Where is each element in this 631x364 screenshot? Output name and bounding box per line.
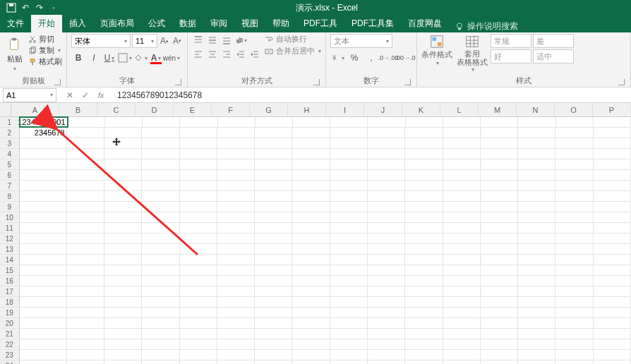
cell[interactable]	[368, 128, 405, 138]
cell[interactable]	[330, 170, 368, 180]
cell[interactable]	[218, 117, 256, 127]
cell[interactable]	[330, 276, 368, 286]
cell[interactable]	[443, 170, 481, 180]
cell[interactable]	[555, 308, 593, 317]
row-header[interactable]: 17	[0, 286, 20, 296]
format-painter-button[interactable]: 格式刷	[28, 56, 62, 67]
row-header[interactable]: 15	[0, 265, 20, 275]
cell[interactable]	[292, 212, 330, 222]
row-header[interactable]: 7	[0, 181, 20, 190]
cell[interactable]	[481, 138, 518, 148]
cell[interactable]	[481, 202, 518, 212]
cell[interactable]	[67, 276, 104, 286]
cell[interactable]	[405, 265, 443, 275]
row-header[interactable]: 21	[0, 329, 20, 339]
row-header[interactable]: 13	[0, 244, 20, 254]
column-header[interactable]: H	[288, 103, 326, 116]
row-header[interactable]: 5	[0, 159, 20, 169]
cell[interactable]	[255, 244, 292, 254]
cell[interactable]	[67, 265, 104, 275]
cell[interactable]	[405, 233, 443, 243]
cell[interactable]	[217, 360, 255, 364]
cell[interactable]	[67, 360, 104, 364]
cell[interactable]	[405, 244, 443, 254]
cell[interactable]	[217, 181, 255, 190]
cell[interactable]	[104, 286, 142, 296]
cell[interactable]	[330, 297, 368, 307]
tab-视图[interactable]: 视图	[234, 15, 265, 32]
cell[interactable]	[406, 117, 443, 127]
cell[interactable]	[104, 138, 142, 148]
cell[interactable]	[67, 297, 104, 307]
name-box[interactable]: A1▾	[3, 88, 56, 102]
row-header[interactable]: 23	[0, 350, 20, 360]
cell[interactable]	[255, 297, 292, 307]
cell[interactable]	[20, 244, 67, 254]
cell[interactable]	[481, 286, 518, 296]
cell[interactable]	[143, 117, 180, 127]
cell[interactable]	[255, 138, 292, 148]
cell[interactable]	[67, 329, 104, 339]
cell[interactable]	[594, 223, 631, 233]
cell[interactable]	[443, 350, 481, 360]
cell[interactable]	[142, 212, 179, 222]
cell[interactable]	[555, 212, 593, 222]
cell[interactable]	[20, 202, 67, 212]
cell[interactable]	[180, 191, 217, 201]
spreadsheet-grid[interactable]: ABCDEFGHIJKLMNOP 11234567890122345678345…	[0, 103, 631, 364]
cell[interactable]	[292, 223, 330, 233]
cell[interactable]	[330, 255, 368, 265]
cell[interactable]	[20, 138, 67, 148]
row-header[interactable]: 8	[0, 191, 20, 201]
wrap-text-button[interactable]: 自动换行	[264, 34, 321, 44]
cell[interactable]	[368, 265, 405, 275]
cell[interactable]	[368, 360, 405, 364]
conditional-format-button[interactable]: 条件格式▾	[421, 34, 452, 73]
cell[interactable]	[217, 265, 255, 275]
copy-button[interactable]: 复制▾	[28, 45, 62, 56]
cell[interactable]	[594, 181, 631, 190]
cell[interactable]	[292, 170, 330, 180]
cell[interactable]	[217, 244, 255, 254]
cell[interactable]	[518, 297, 555, 307]
cell[interactable]	[555, 276, 593, 286]
cell[interactable]	[330, 360, 368, 364]
cell[interactable]	[292, 138, 330, 148]
cell[interactable]	[330, 181, 368, 190]
cell[interactable]	[292, 181, 330, 190]
cell[interactable]	[368, 297, 405, 307]
align-center-button[interactable]	[206, 48, 219, 61]
row-header[interactable]: 24	[0, 360, 20, 364]
format-as-table-button[interactable]: 套用 表格格式▾	[457, 34, 488, 73]
cell[interactable]	[330, 117, 368, 127]
cell[interactable]	[180, 255, 217, 265]
cell[interactable]	[368, 223, 405, 233]
cell[interactable]	[518, 128, 555, 138]
cell[interactable]	[67, 244, 104, 254]
cell[interactable]	[67, 181, 104, 190]
cell[interactable]	[292, 159, 330, 169]
align-bottom-button[interactable]	[220, 34, 233, 47]
cell[interactable]	[104, 159, 142, 169]
font-color-button[interactable]: A▾	[149, 51, 163, 65]
cell[interactable]	[292, 244, 330, 254]
cell[interactable]	[104, 244, 142, 254]
cell[interactable]	[255, 149, 292, 159]
cell[interactable]	[180, 117, 217, 127]
cell[interactable]	[142, 255, 179, 265]
tab-百度网盘[interactable]: 百度网盘	[401, 15, 449, 32]
cell[interactable]	[518, 117, 555, 127]
cell[interactable]	[330, 149, 368, 159]
cell[interactable]	[142, 276, 179, 286]
cell[interactable]	[255, 329, 292, 339]
cell[interactable]	[481, 244, 518, 254]
cell[interactable]	[443, 212, 481, 222]
cell[interactable]	[368, 191, 405, 201]
cell[interactable]	[20, 159, 67, 169]
cell[interactable]	[330, 159, 368, 169]
cell[interactable]	[292, 128, 330, 138]
cell[interactable]	[481, 170, 518, 180]
cell[interactable]	[555, 360, 593, 364]
column-header[interactable]: B	[59, 103, 97, 116]
cell[interactable]	[405, 138, 443, 148]
